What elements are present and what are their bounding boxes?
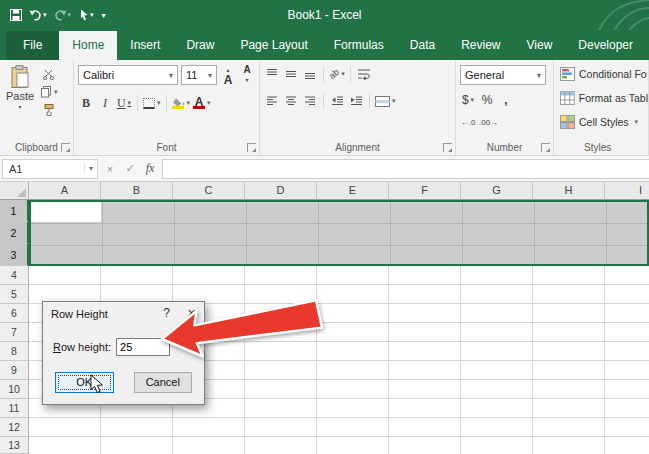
italic-button[interactable]: I [97, 94, 113, 112]
column-header-A[interactable]: A [29, 182, 101, 200]
copy-button[interactable] [40, 85, 58, 99]
align-center-button[interactable] [283, 92, 299, 110]
tab-page-layout[interactable]: Page Layout [227, 31, 320, 60]
column-header-F[interactable]: F [389, 182, 461, 200]
increase-font-button[interactable]: ▴A [220, 66, 236, 84]
undo-button[interactable]: ▾ [26, 4, 50, 26]
row-height-label: Row height: [53, 341, 111, 353]
align-bottom-button[interactable] [302, 65, 318, 83]
decrease-font-button[interactable]: A▾ [239, 66, 255, 84]
tab-formulas[interactable]: Formulas [321, 31, 397, 60]
tab-review[interactable]: Review [448, 31, 513, 60]
dialog-close-button[interactable]: × [179, 302, 204, 326]
divider [369, 93, 370, 109]
font-dialog-launcher-icon[interactable] [247, 143, 256, 152]
row-header-10[interactable]: 10 [0, 380, 29, 399]
decrease-indent-button[interactable] [329, 92, 345, 110]
tab-home[interactable]: Home [59, 31, 117, 60]
row-header-1[interactable]: 1 [0, 200, 29, 222]
dialog-title-bar: Row Height ? × [43, 302, 204, 326]
bold-button[interactable]: B [78, 94, 94, 112]
merge-center-button[interactable] [375, 92, 396, 110]
borders-button[interactable] [143, 94, 161, 112]
column-header-C[interactable]: C [173, 182, 245, 200]
row-header-4[interactable]: 4 [0, 266, 29, 285]
column-header-G[interactable]: G [461, 182, 533, 200]
row-header-6[interactable]: 6 [0, 304, 29, 323]
underline-button[interactable]: U [116, 94, 132, 112]
conditional-formatting-button[interactable]: Conditional Fo [560, 64, 648, 84]
row-header-13[interactable]: 13 [0, 437, 29, 454]
tab-data[interactable]: Data [397, 31, 448, 60]
column-header-I[interactable]: I [605, 182, 649, 200]
format-painter-button[interactable] [40, 103, 58, 117]
font-name-combo[interactable]: Calibri [78, 65, 178, 85]
column-header-D[interactable]: D [245, 182, 317, 200]
paste-button[interactable]: Paste ▾ [0, 60, 40, 117]
column-header-H[interactable]: H [533, 182, 605, 200]
row-header-3[interactable]: 3 [0, 244, 29, 266]
divider [137, 95, 138, 111]
tab-file[interactable]: File [6, 31, 59, 60]
fill-color-button[interactable] [172, 94, 191, 112]
decrease-decimal-button[interactable]: .00→ [479, 113, 498, 131]
name-box[interactable]: A1 ▾ [2, 159, 98, 179]
customize-qat-button[interactable]: ▾ [98, 4, 109, 26]
row-header-7[interactable]: 7 [0, 323, 29, 342]
increase-decimal-button[interactable]: ←.0 [460, 113, 476, 131]
orientation-icon: ab [327, 67, 341, 81]
row-header-2[interactable]: 2 [0, 222, 29, 244]
row-height-input[interactable] [116, 338, 170, 356]
touch-mouse-mode-button[interactable]: ▾ [75, 4, 97, 26]
format-as-table-button[interactable]: Format as Tabl [560, 88, 648, 108]
font-color-button[interactable]: A [193, 94, 211, 112]
row-header-9[interactable]: 9 [0, 361, 29, 380]
redo-button[interactable]: ▾ [51, 4, 75, 26]
cancel-button[interactable]: × [100, 163, 120, 175]
font-size-combo[interactable]: 11 [181, 65, 217, 85]
percent-style-button[interactable]: % [479, 91, 495, 109]
cell-styles-button[interactable]: Cell Styles [560, 112, 648, 132]
align-top-button[interactable] [264, 65, 280, 83]
row-header-11[interactable]: 11 [0, 399, 29, 418]
cell-styles-icon [560, 115, 575, 129]
align-left-button[interactable] [264, 92, 280, 110]
comma-style-button[interactable]: , [498, 91, 514, 109]
align-middle-button[interactable] [283, 65, 299, 83]
increase-indent-button[interactable] [348, 92, 364, 110]
dialog-help-button[interactable]: ? [154, 302, 179, 326]
active-cell-A1[interactable] [31, 202, 101, 222]
tab-draw[interactable]: Draw [173, 31, 227, 60]
save-button[interactable] [7, 4, 25, 26]
alignment-dialog-launcher-icon[interactable] [443, 143, 452, 152]
number-format-combo[interactable]: General [460, 65, 546, 85]
orientation-button[interactable]: ab [329, 65, 345, 83]
column-header-B[interactable]: B [101, 182, 173, 200]
formula-input[interactable] [162, 159, 649, 179]
selected-rows-region[interactable] [29, 200, 649, 266]
tab-view[interactable]: View [514, 31, 566, 60]
touch-mode-icon [78, 9, 89, 22]
cut-button[interactable] [40, 67, 58, 81]
dialog-title: Row Height [51, 308, 108, 320]
select-all-corner[interactable] [0, 182, 29, 200]
enter-button[interactable]: ✓ [120, 162, 140, 175]
row-header-12[interactable]: 12 [0, 418, 29, 437]
format-painter-icon [43, 104, 55, 116]
accounting-format-button[interactable]: $ [460, 91, 476, 109]
insert-function-button[interactable]: fx [140, 161, 160, 176]
number-dialog-launcher-icon[interactable] [541, 143, 550, 152]
align-right-button[interactable] [302, 92, 318, 110]
tab-developer[interactable]: Developer [565, 31, 646, 60]
ok-button[interactable]: OK [55, 372, 114, 393]
wrap-text-button[interactable] [356, 65, 372, 83]
tab-insert[interactable]: Insert [117, 31, 173, 60]
row-height-dialog: Row Height ? × Row height: OK Cancel [42, 301, 205, 405]
align-bottom-icon [304, 68, 316, 80]
column-header-E[interactable]: E [317, 182, 389, 200]
row-header-8[interactable]: 8 [0, 342, 29, 361]
font-group: Calibri 11 ▴A A▾ B I U A Font [74, 60, 260, 155]
clipboard-dialog-launcher-icon[interactable] [61, 143, 70, 152]
cancel-button[interactable]: Cancel [134, 372, 193, 393]
row-header-5[interactable]: 5 [0, 285, 29, 304]
